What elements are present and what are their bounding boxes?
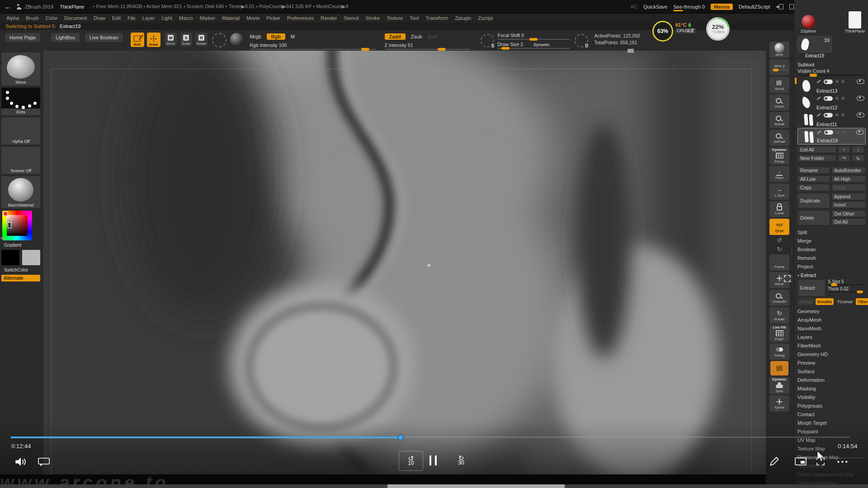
dock-left-panel-icon[interactable]: ◂ — [776, 4, 784, 9]
tcorner-toggle[interactable]: TCorner — [835, 298, 854, 305]
panel-section[interactable]: Vector Displacement Map — [797, 470, 866, 479]
panel-section[interactable]: Project — [797, 263, 866, 271]
shelf-item[interactable]: Line Fill PolyF — [769, 325, 789, 342]
panel-section[interactable]: Visibility — [797, 393, 866, 402]
menu-item[interactable]: Marker — [200, 15, 215, 21]
menu-item[interactable]: Color — [46, 15, 57, 21]
forward-30-button[interactable]: ↻ 30 — [449, 451, 473, 470]
subtool-row[interactable]: Extract12 — [797, 94, 866, 111]
recent-tool-thickplane[interactable]: ThickPlane — [844, 11, 866, 33]
gradient-label[interactable]: Gradient — [1, 243, 43, 248]
list-all-button[interactable]: List All — [797, 146, 836, 153]
m-toggle[interactable]: M — [291, 33, 295, 40]
shelf-divider-handle[interactable]: ›‹ — [791, 248, 793, 255]
horizontal-scrollbar[interactable] — [0, 484, 868, 488]
subtool-row[interactable]: Extract19 — [797, 128, 866, 145]
menu-item[interactable]: Layer — [142, 15, 155, 21]
rotate-button[interactable]: RRotate — [196, 33, 208, 46]
menu-item[interactable]: File — [127, 15, 136, 21]
shelf-item[interactable]: Transp — [769, 343, 789, 360]
panel-section[interactable]: FiberMesh — [797, 342, 866, 350]
move-up-button[interactable]: ↑ — [838, 146, 850, 153]
shelf-item[interactable] — [770, 361, 788, 375]
delete-button[interactable]: Delete — [797, 210, 830, 225]
panel-section[interactable]: Morph Target — [797, 419, 866, 427]
quicksave-button[interactable]: QuickSave — [643, 4, 667, 9]
menu-item[interactable]: Document — [64, 15, 87, 21]
left-tray-collapse-icon[interactable]: ◀ — [0, 235, 4, 241]
zcut-toggle[interactable]: Zcut — [427, 33, 437, 40]
menu-item[interactable]: Movie — [246, 15, 259, 21]
thick-slider[interactable]: Thick 0.02 — [828, 286, 866, 292]
subtool-option-icon[interactable] — [836, 131, 839, 134]
stroke-picker[interactable]: Dots — [1, 88, 40, 115]
shelf-item[interactable] — [769, 236, 789, 244]
folder-in-button[interactable]: ↳ — [852, 155, 864, 162]
subtool-header[interactable]: Subtool — [797, 62, 866, 67]
menus-button[interactable]: Menus — [711, 4, 733, 10]
menu-item[interactable]: Stroke — [365, 15, 380, 21]
shelf-item[interactable]: Qxyz — [769, 219, 789, 235]
chat-button[interactable] — [38, 458, 50, 467]
menu-item[interactable]: Alpha — [6, 15, 19, 21]
alpha-picker[interactable]: Alpha Off — [1, 117, 40, 145]
folder-out-button[interactable]: ↷ — [838, 155, 850, 162]
color-picker[interactable] — [2, 211, 32, 240]
panel-section[interactable]: Layers — [797, 333, 866, 342]
subtool-toggle[interactable] — [824, 130, 833, 135]
copy-button[interactable]: Copy — [797, 184, 830, 191]
scale-button[interactable]: SScale — [180, 33, 192, 46]
bpr-button[interactable]: BPR — [769, 42, 789, 58]
polypaint-icon[interactable] — [816, 80, 821, 84]
polypaint-icon[interactable] — [816, 113, 821, 117]
visibility-eye-icon[interactable] — [856, 130, 864, 135]
subtool-row[interactable]: Extract11 — [797, 111, 866, 128]
subtool-option-icon[interactable] — [835, 80, 839, 83]
menu-item[interactable]: Texture — [387, 15, 403, 21]
menu-item[interactable]: Zplugin — [455, 15, 471, 21]
draw-d-icon[interactable]: D — [575, 34, 588, 47]
shelf-item[interactable]: L.Sym — [769, 183, 789, 200]
panel-section[interactable]: Surface — [797, 367, 866, 376]
menu-item[interactable]: Draw — [94, 15, 105, 21]
extract-section-header[interactable]: Extract — [797, 271, 866, 279]
panel-section[interactable]: Masking — [797, 385, 866, 393]
visibility-eye-icon[interactable] — [857, 96, 864, 101]
visibility-eye-icon[interactable] — [857, 113, 864, 117]
subtool-option-icon[interactable] — [841, 80, 844, 83]
polypaint-icon[interactable] — [816, 96, 821, 100]
menu-item[interactable]: Edit — [112, 15, 121, 21]
pause-button[interactable] — [429, 455, 437, 465]
menu-item[interactable]: Render — [321, 15, 337, 21]
sculpt-canvas[interactable] — [43, 51, 766, 480]
tborder-togg1e[interactable]: TBorder — [856, 298, 868, 305]
append-button[interactable]: Append — [831, 193, 866, 200]
see-through-slider[interactable]: See-through 0 — [673, 4, 705, 9]
zadd-toggle[interactable]: Zadd — [385, 33, 406, 40]
volume-button[interactable] — [14, 456, 27, 467]
video-timeline[interactable] — [11, 436, 850, 438]
visibility-eye-icon[interactable] — [857, 79, 864, 84]
rgb-intensity-slider[interactable]: Rgb Intensity 100 — [250, 42, 377, 50]
shelf-item[interactable]: Rotate — [769, 307, 789, 324]
subtool-toggle[interactable] — [824, 96, 833, 101]
accept-button[interactable]: Accept — [797, 298, 814, 305]
recent-tool-zsphere[interactable]: ZSphere — [797, 15, 819, 33]
panel-section[interactable]: NanoMesh — [797, 324, 866, 333]
secondary-color-swatch[interactable] — [22, 250, 40, 265]
material-picker-tile[interactable]: BasicMaterial — [1, 176, 40, 208]
panel-section[interactable]: Remesh — [797, 254, 866, 263]
subtool-toggle[interactable] — [824, 80, 833, 84]
lightbox-button[interactable]: LightBox — [51, 33, 80, 42]
annotate-button[interactable] — [769, 455, 780, 467]
paste-button[interactable]: Paste — [831, 184, 866, 191]
focal-shift-slider[interactable]: Focal Shift 0 — [498, 33, 570, 40]
panel-section[interactable]: Preview — [797, 359, 866, 367]
menu-item[interactable]: Preferences — [287, 15, 314, 21]
menu-item[interactable]: Brush — [26, 15, 39, 21]
panel-section[interactable]: Split — [797, 228, 866, 237]
shelf-item[interactable]: Dynamic Solo — [769, 377, 789, 394]
shelf-item[interactable]: Dynamic Persp — [769, 147, 789, 164]
rename-button[interactable]: Rename — [797, 167, 830, 174]
subtool-option-icon[interactable] — [841, 113, 844, 117]
